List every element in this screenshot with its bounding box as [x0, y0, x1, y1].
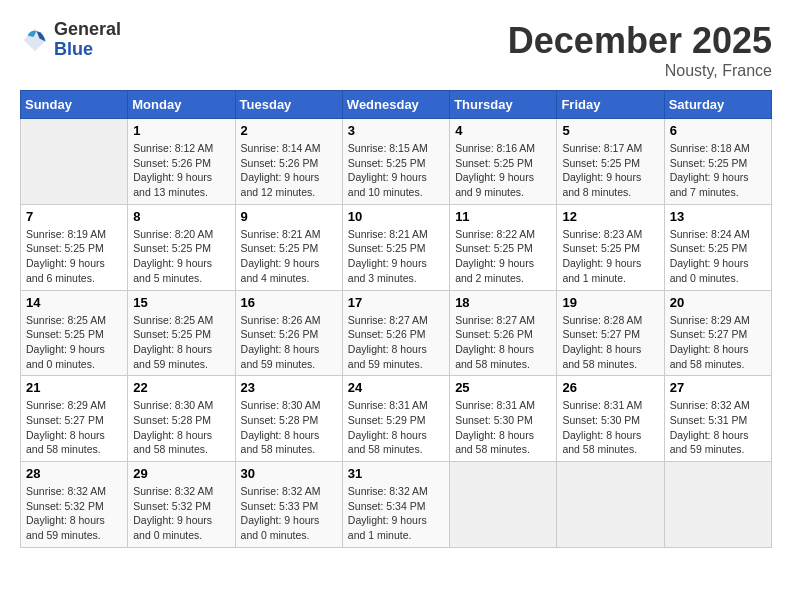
calendar-cell: 30Sunrise: 8:32 AMSunset: 5:33 PMDayligh… [235, 462, 342, 548]
calendar-week-row: 1Sunrise: 8:12 AMSunset: 5:26 PMDaylight… [21, 119, 772, 205]
calendar-week-row: 21Sunrise: 8:29 AMSunset: 5:27 PMDayligh… [21, 376, 772, 462]
day-number: 16 [241, 295, 337, 310]
day-info: Sunrise: 8:21 AMSunset: 5:25 PMDaylight:… [241, 227, 337, 286]
day-info: Sunrise: 8:31 AMSunset: 5:30 PMDaylight:… [562, 398, 658, 457]
day-info: Sunrise: 8:28 AMSunset: 5:27 PMDaylight:… [562, 313, 658, 372]
calendar-cell: 26Sunrise: 8:31 AMSunset: 5:30 PMDayligh… [557, 376, 664, 462]
calendar-cell: 23Sunrise: 8:30 AMSunset: 5:28 PMDayligh… [235, 376, 342, 462]
calendar-cell [21, 119, 128, 205]
calendar-cell: 13Sunrise: 8:24 AMSunset: 5:25 PMDayligh… [664, 204, 771, 290]
weekday-header-sunday: Sunday [21, 91, 128, 119]
calendar-cell: 24Sunrise: 8:31 AMSunset: 5:29 PMDayligh… [342, 376, 449, 462]
day-number: 12 [562, 209, 658, 224]
day-number: 25 [455, 380, 551, 395]
calendar-cell: 11Sunrise: 8:22 AMSunset: 5:25 PMDayligh… [450, 204, 557, 290]
day-number: 14 [26, 295, 122, 310]
day-number: 29 [133, 466, 229, 481]
calendar-cell: 28Sunrise: 8:32 AMSunset: 5:32 PMDayligh… [21, 462, 128, 548]
day-info: Sunrise: 8:22 AMSunset: 5:25 PMDaylight:… [455, 227, 551, 286]
day-info: Sunrise: 8:29 AMSunset: 5:27 PMDaylight:… [26, 398, 122, 457]
calendar-cell: 6Sunrise: 8:18 AMSunset: 5:25 PMDaylight… [664, 119, 771, 205]
weekday-header-tuesday: Tuesday [235, 91, 342, 119]
calendar-cell: 20Sunrise: 8:29 AMSunset: 5:27 PMDayligh… [664, 290, 771, 376]
calendar-cell [450, 462, 557, 548]
calendar-cell: 16Sunrise: 8:26 AMSunset: 5:26 PMDayligh… [235, 290, 342, 376]
day-number: 6 [670, 123, 766, 138]
calendar-week-row: 14Sunrise: 8:25 AMSunset: 5:25 PMDayligh… [21, 290, 772, 376]
calendar-cell [664, 462, 771, 548]
day-info: Sunrise: 8:14 AMSunset: 5:26 PMDaylight:… [241, 141, 337, 200]
calendar-cell: 25Sunrise: 8:31 AMSunset: 5:30 PMDayligh… [450, 376, 557, 462]
calendar-cell: 4Sunrise: 8:16 AMSunset: 5:25 PMDaylight… [450, 119, 557, 205]
calendar-cell: 2Sunrise: 8:14 AMSunset: 5:26 PMDaylight… [235, 119, 342, 205]
day-number: 19 [562, 295, 658, 310]
calendar-cell: 18Sunrise: 8:27 AMSunset: 5:26 PMDayligh… [450, 290, 557, 376]
day-info: Sunrise: 8:26 AMSunset: 5:26 PMDaylight:… [241, 313, 337, 372]
day-number: 4 [455, 123, 551, 138]
day-info: Sunrise: 8:31 AMSunset: 5:29 PMDaylight:… [348, 398, 444, 457]
weekday-header-friday: Friday [557, 91, 664, 119]
day-info: Sunrise: 8:23 AMSunset: 5:25 PMDaylight:… [562, 227, 658, 286]
page-header: General Blue December 2025 Nousty, Franc… [20, 20, 772, 80]
calendar-cell: 14Sunrise: 8:25 AMSunset: 5:25 PMDayligh… [21, 290, 128, 376]
weekday-header-saturday: Saturday [664, 91, 771, 119]
calendar-cell: 1Sunrise: 8:12 AMSunset: 5:26 PMDaylight… [128, 119, 235, 205]
day-number: 1 [133, 123, 229, 138]
day-number: 2 [241, 123, 337, 138]
day-info: Sunrise: 8:29 AMSunset: 5:27 PMDaylight:… [670, 313, 766, 372]
day-info: Sunrise: 8:21 AMSunset: 5:25 PMDaylight:… [348, 227, 444, 286]
calendar-table: SundayMondayTuesdayWednesdayThursdayFrid… [20, 90, 772, 548]
calendar-cell: 12Sunrise: 8:23 AMSunset: 5:25 PMDayligh… [557, 204, 664, 290]
day-number: 30 [241, 466, 337, 481]
day-number: 20 [670, 295, 766, 310]
day-info: Sunrise: 8:32 AMSunset: 5:33 PMDaylight:… [241, 484, 337, 543]
day-number: 5 [562, 123, 658, 138]
day-info: Sunrise: 8:15 AMSunset: 5:25 PMDaylight:… [348, 141, 444, 200]
calendar-cell: 9Sunrise: 8:21 AMSunset: 5:25 PMDaylight… [235, 204, 342, 290]
calendar-week-row: 28Sunrise: 8:32 AMSunset: 5:32 PMDayligh… [21, 462, 772, 548]
day-info: Sunrise: 8:30 AMSunset: 5:28 PMDaylight:… [133, 398, 229, 457]
calendar-cell: 15Sunrise: 8:25 AMSunset: 5:25 PMDayligh… [128, 290, 235, 376]
logo: General Blue [20, 20, 121, 60]
day-info: Sunrise: 8:20 AMSunset: 5:25 PMDaylight:… [133, 227, 229, 286]
calendar-cell: 3Sunrise: 8:15 AMSunset: 5:25 PMDaylight… [342, 119, 449, 205]
day-number: 28 [26, 466, 122, 481]
location-text: Nousty, France [508, 62, 772, 80]
day-number: 31 [348, 466, 444, 481]
day-number: 11 [455, 209, 551, 224]
day-number: 22 [133, 380, 229, 395]
day-info: Sunrise: 8:30 AMSunset: 5:28 PMDaylight:… [241, 398, 337, 457]
day-number: 9 [241, 209, 337, 224]
day-number: 21 [26, 380, 122, 395]
day-number: 26 [562, 380, 658, 395]
calendar-cell: 29Sunrise: 8:32 AMSunset: 5:32 PMDayligh… [128, 462, 235, 548]
weekday-header-wednesday: Wednesday [342, 91, 449, 119]
day-info: Sunrise: 8:17 AMSunset: 5:25 PMDaylight:… [562, 141, 658, 200]
day-info: Sunrise: 8:31 AMSunset: 5:30 PMDaylight:… [455, 398, 551, 457]
logo-general-text: General [54, 19, 121, 39]
day-number: 3 [348, 123, 444, 138]
logo-blue-text: Blue [54, 39, 93, 59]
day-info: Sunrise: 8:32 AMSunset: 5:32 PMDaylight:… [26, 484, 122, 543]
day-info: Sunrise: 8:24 AMSunset: 5:25 PMDaylight:… [670, 227, 766, 286]
day-number: 18 [455, 295, 551, 310]
day-number: 7 [26, 209, 122, 224]
calendar-header-row: SundayMondayTuesdayWednesdayThursdayFrid… [21, 91, 772, 119]
calendar-cell: 19Sunrise: 8:28 AMSunset: 5:27 PMDayligh… [557, 290, 664, 376]
day-number: 10 [348, 209, 444, 224]
month-title: December 2025 [508, 20, 772, 62]
weekday-header-monday: Monday [128, 91, 235, 119]
day-number: 24 [348, 380, 444, 395]
day-info: Sunrise: 8:32 AMSunset: 5:34 PMDaylight:… [348, 484, 444, 543]
day-number: 17 [348, 295, 444, 310]
logo-icon [20, 25, 50, 55]
day-number: 27 [670, 380, 766, 395]
day-info: Sunrise: 8:18 AMSunset: 5:25 PMDaylight:… [670, 141, 766, 200]
day-info: Sunrise: 8:32 AMSunset: 5:31 PMDaylight:… [670, 398, 766, 457]
calendar-cell: 21Sunrise: 8:29 AMSunset: 5:27 PMDayligh… [21, 376, 128, 462]
day-info: Sunrise: 8:25 AMSunset: 5:25 PMDaylight:… [26, 313, 122, 372]
calendar-cell: 22Sunrise: 8:30 AMSunset: 5:28 PMDayligh… [128, 376, 235, 462]
calendar-cell: 5Sunrise: 8:17 AMSunset: 5:25 PMDaylight… [557, 119, 664, 205]
day-number: 15 [133, 295, 229, 310]
day-info: Sunrise: 8:27 AMSunset: 5:26 PMDaylight:… [348, 313, 444, 372]
